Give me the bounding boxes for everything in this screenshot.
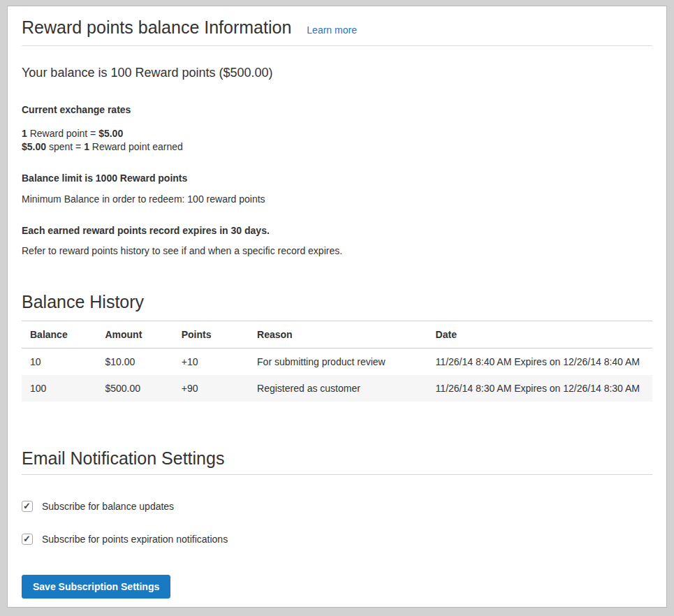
column-header-date: Date xyxy=(427,321,652,349)
cell-amount: $10.00 xyxy=(96,349,173,376)
cell-amount: $500.00 xyxy=(96,375,173,402)
email-notification-divider xyxy=(22,474,652,475)
spend-rate-line: $5.00 spent = 1 Reward point earned xyxy=(22,140,652,154)
balance-history-table: Balance Amount Points Reason Date 10 $10… xyxy=(22,321,652,402)
cell-reason: Registered as customer xyxy=(249,375,427,402)
page-header: Reward points balance Information Learn … xyxy=(22,6,652,36)
cell-date: 11/26/14 8:40 AM Expires on 12/26/14 8:4… xyxy=(427,349,652,376)
expiration-notifications-label[interactable]: Subscribe for points expiration notifica… xyxy=(42,533,228,545)
table-row: 10 $10.00 +10 For submitting product rev… xyxy=(22,349,652,376)
reward-points-panel: Reward points balance Information Learn … xyxy=(7,6,667,608)
earn-rate-line: 1 Reward point = $5.00 xyxy=(22,127,652,140)
expiration-rule-text: Each earned reward points record expires… xyxy=(22,225,652,237)
min-balance-text: Minimum Balance in order to redeem: 100 … xyxy=(22,193,652,205)
exchange-rates: 1 Reward point = $5.00 $5.00 spent = 1 R… xyxy=(22,127,652,153)
balance-history-title: Balance History xyxy=(22,292,652,311)
table-header-row: Balance Amount Points Reason Date xyxy=(22,321,652,349)
column-header-reason: Reason xyxy=(249,321,427,349)
learn-more-link[interactable]: Learn more xyxy=(307,24,357,36)
cell-balance: 10 xyxy=(22,349,96,376)
balance-updates-option: Subscribe for balance updates xyxy=(22,500,652,513)
table-row: 100 $500.00 +90 Registered as customer 1… xyxy=(22,375,652,402)
column-header-balance: Balance xyxy=(22,321,96,349)
save-subscription-settings-button[interactable]: Save Subscription Settings xyxy=(22,575,170,599)
cell-reason: For submitting product review xyxy=(249,349,427,376)
balance-updates-label[interactable]: Subscribe for balance updates xyxy=(42,500,174,513)
balance-limit-text: Balance limit is 1000 Reward points xyxy=(22,173,652,184)
cell-points: +90 xyxy=(173,375,249,402)
header-divider xyxy=(22,45,652,46)
balance-updates-checkbox[interactable] xyxy=(22,501,33,512)
expiration-notifications-checkbox[interactable] xyxy=(22,534,33,545)
balance-summary: Your balance is 100 Reward points ($500.… xyxy=(22,66,652,80)
expiration-note-text: Refer to reward points history to see if… xyxy=(22,245,652,257)
expiration-notifications-option: Subscribe for points expiration notifica… xyxy=(22,533,652,545)
page-title: Reward points balance Information xyxy=(22,18,291,36)
column-header-amount: Amount xyxy=(96,321,173,349)
column-header-points: Points xyxy=(173,321,249,349)
cell-balance: 100 xyxy=(22,375,96,402)
exchange-rates-heading: Current exchange rates xyxy=(22,104,652,116)
cell-date: 11/26/14 8:30 AM Expires on 12/26/14 8:3… xyxy=(427,375,652,402)
email-notification-title: Email Notification Settings xyxy=(22,448,652,468)
cell-points: +10 xyxy=(173,349,249,376)
